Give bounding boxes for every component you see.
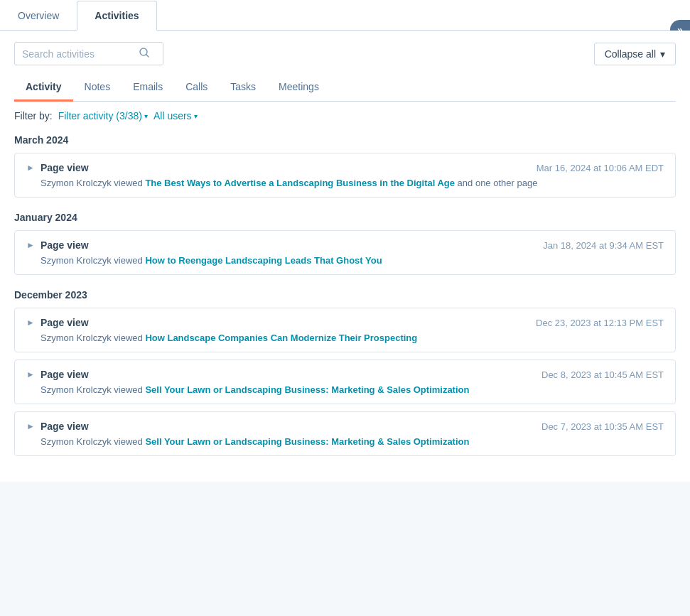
expand-icon-item-2[interactable]: ► [26, 240, 35, 250]
card-type-item-2: Page view [41, 239, 89, 251]
section-january-2024: January 2024 ► Page view Jan 18, 2024 at… [14, 212, 676, 275]
tab-calls[interactable]: Calls [174, 74, 219, 102]
card-desc-prefix-item-3: Szymon Krolczyk viewed [41, 333, 145, 343]
card-desc-prefix-item-2: Szymon Krolczyk viewed [41, 255, 145, 266]
section-header-january-2024: January 2024 [14, 212, 676, 223]
expand-icon-item-1[interactable]: ► [26, 163, 35, 173]
section-march-2024: March 2024 ► Page view Mar 16, 2024 at 1… [14, 134, 676, 198]
card-header-item-2: ► Page view Jan 18, 2024 at 9:34 AM EST [26, 239, 664, 251]
tab-tasks[interactable]: Tasks [219, 74, 267, 102]
card-body-item-2: Szymon Krolczyk viewed How to Reengage L… [26, 255, 664, 266]
card-title-row-item-3: ► Page view [26, 317, 89, 328]
svg-line-1 [146, 55, 149, 58]
card-link-item-1[interactable]: The Best Ways to Advertise a Landscaping… [145, 178, 455, 188]
tab-notes[interactable]: Notes [73, 74, 122, 102]
collapse-all-label: Collapse all [605, 48, 656, 60]
card-timestamp-item-4: Dec 8, 2023 at 10:45 AM EST [541, 369, 664, 380]
tab-emails[interactable]: Emails [122, 74, 174, 102]
card-desc-suffix-item-1: and one other page [455, 178, 537, 188]
card-body-item-5: Szymon Krolczyk viewed Sell Your Lawn or… [26, 436, 664, 447]
card-type-item-4: Page view [41, 369, 89, 380]
section-header-march-2024: March 2024 [14, 134, 676, 146]
card-body-item-1: Szymon Krolczyk viewed The Best Ways to … [26, 178, 664, 188]
search-icon [139, 47, 150, 60]
activity-tabs-bar: Activity Notes Emails Calls Tasks Meetin… [14, 74, 676, 102]
collapse-all-button[interactable]: Collapse all ▾ [594, 43, 676, 65]
search-input[interactable] [22, 48, 136, 60]
activity-card-item-2: ► Page view Jan 18, 2024 at 9:34 AM EST … [14, 230, 676, 275]
chevron-down-icon: ▾ [660, 48, 665, 60]
card-header-item-4: ► Page view Dec 8, 2023 at 10:45 AM EST [26, 369, 664, 380]
tab-meetings[interactable]: Meetings [267, 74, 330, 102]
filter-by-label: Filter by: [14, 110, 53, 121]
card-link-item-3[interactable]: How Landscape Companies Can Modernize Th… [145, 333, 417, 343]
card-timestamp-item-2: Jan 18, 2024 at 9:34 AM EST [543, 240, 664, 251]
card-desc-prefix-item-5: Szymon Krolczyk viewed [41, 436, 145, 447]
card-title-row-item-5: ► Page view [26, 421, 89, 432]
filter-users-label: All users [153, 110, 192, 121]
card-timestamp-item-3: Dec 23, 2023 at 12:13 PM EST [536, 318, 664, 328]
filter-activity-label: Filter activity (3/38) [58, 110, 142, 121]
card-type-item-3: Page view [41, 317, 89, 328]
search-box[interactable] [14, 42, 163, 65]
tab-activity[interactable]: Activity [14, 74, 73, 102]
filter-activity-chevron-icon: ▾ [144, 112, 148, 120]
top-tabs-bar: Overview Activities » [0, 0, 690, 31]
main-content-area: Collapse all ▾ Activity Notes Emails Cal… [0, 31, 690, 482]
activity-card-item-4: ► Page view Dec 8, 2023 at 10:45 AM EST … [14, 360, 676, 404]
card-desc-prefix-item-1: Szymon Krolczyk viewed [41, 178, 145, 188]
search-collapse-row: Collapse all ▾ [14, 42, 676, 65]
card-header-item-1: ► Page view Mar 16, 2024 at 10:06 AM EDT [26, 162, 664, 173]
card-link-item-5[interactable]: Sell Your Lawn or Landscaping Business: … [145, 436, 469, 447]
expand-icon-item-3[interactable]: ► [26, 318, 35, 328]
activity-card-item-3: ► Page view Dec 23, 2023 at 12:13 PM EST… [14, 308, 676, 352]
card-timestamp-item-5: Dec 7, 2023 at 10:35 AM EST [541, 421, 664, 432]
tab-overview[interactable]: Overview [0, 1, 77, 31]
card-header-item-3: ► Page view Dec 23, 2023 at 12:13 PM EST [26, 317, 664, 328]
filter-row: Filter by: Filter activity (3/38) ▾ All … [14, 110, 676, 121]
section-header-december-2023: December 2023 [14, 289, 676, 301]
card-title-row-item-1: ► Page view [26, 162, 89, 173]
card-link-item-2[interactable]: How to Reengage Landscaping Leads That G… [145, 255, 382, 266]
card-title-row-item-4: ► Page view [26, 369, 89, 380]
card-desc-prefix-item-4: Szymon Krolczyk viewed [41, 384, 145, 395]
card-body-item-4: Szymon Krolczyk viewed Sell Your Lawn or… [26, 384, 664, 395]
section-december-2023: December 2023 ► Page view Dec 23, 2023 a… [14, 289, 676, 456]
filter-users-button[interactable]: All users ▾ [153, 110, 198, 121]
expand-icon-item-5[interactable]: ► [26, 421, 35, 431]
card-title-row-item-2: ► Page view [26, 239, 89, 251]
filter-users-chevron-icon: ▾ [194, 112, 198, 120]
card-header-item-5: ► Page view Dec 7, 2023 at 10:35 AM EST [26, 421, 664, 432]
card-type-item-1: Page view [41, 162, 89, 173]
activity-card-item-1: ► Page view Mar 16, 2024 at 10:06 AM EDT… [14, 153, 676, 198]
card-link-item-4[interactable]: Sell Your Lawn or Landscaping Business: … [145, 384, 469, 395]
card-body-item-3: Szymon Krolczyk viewed How Landscape Com… [26, 333, 664, 343]
expand-icon-item-4[interactable]: ► [26, 369, 35, 379]
activity-card-item-5: ► Page view Dec 7, 2023 at 10:35 AM EST … [14, 411, 676, 456]
filter-activity-button[interactable]: Filter activity (3/38) ▾ [58, 110, 148, 121]
card-timestamp-item-1: Mar 16, 2024 at 10:06 AM EDT [537, 163, 664, 173]
tab-activities[interactable]: Activities [77, 1, 156, 31]
card-type-item-5: Page view [41, 421, 89, 432]
